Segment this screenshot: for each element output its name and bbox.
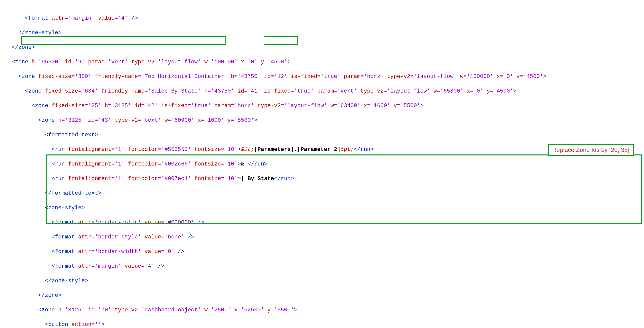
code-line: <run fontalignment='1' fontcolor='#002c6… xyxy=(5,160,644,168)
code-line: </zone-style> xyxy=(5,277,644,284)
code-line: <zone h='95500' id='9' param='vert' type… xyxy=(5,58,644,66)
code-line: <format attr='border-width' value='0' /> xyxy=(5,248,644,255)
code-line-zone-41: <zone fixed-size='634' friendly-name='Sa… xyxy=(5,88,644,95)
code-line: <zone fixed-size='25' h='3125' id='42' i… xyxy=(5,102,644,109)
code-line: <formatted-text> xyxy=(5,131,644,139)
code-line: </zone> xyxy=(5,292,644,299)
code-line: <format attr='border-style' value='none'… xyxy=(5,233,644,241)
code-line: <run fontalignment='1' fontcolor='#007ec… xyxy=(5,175,644,182)
annotation-box-id-41 xyxy=(264,36,298,45)
code-line: <zone fixed-size='350' friendly-name='To… xyxy=(5,73,644,80)
code-line: <button action=''> xyxy=(5,321,644,328)
code-line: <zone-style> xyxy=(5,204,644,212)
code-line: <format attr='border-color' value='#0000… xyxy=(5,219,644,226)
xml-code-viewer: <format attr='margin' value='4' /> </zon… xyxy=(0,0,644,328)
code-line: </zone-style> xyxy=(5,29,644,36)
code-line: <zone h='3125' id='70' type-v2='dashboar… xyxy=(5,306,644,314)
code-line: <zone h='3125' id='43' type-v2='text' w=… xyxy=(5,117,644,124)
code-line: <format attr='margin' value='4' /> xyxy=(5,15,644,22)
code-line: </formatted-text> xyxy=(5,190,644,197)
annotation-callout-replace-zone-ids: Replace Zone Ids by [20, 38] xyxy=(548,144,634,156)
code-line: <format attr='margin' value='4' /> xyxy=(5,263,644,270)
annotation-box-friendly-name xyxy=(21,36,226,45)
code-line: </zone> xyxy=(5,44,644,51)
